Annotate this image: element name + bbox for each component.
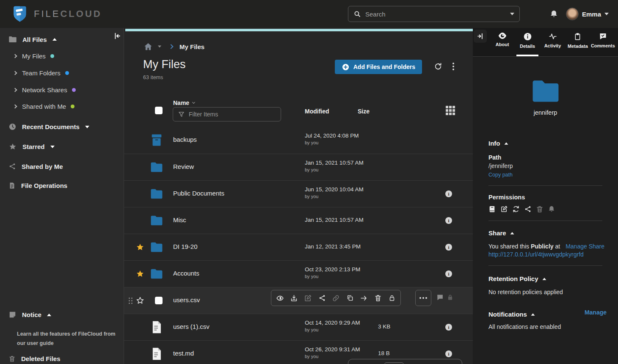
share-button[interactable]: [315, 292, 329, 304]
share-url-link[interactable]: http://127.0.0.1/url/4tjwwvgdpkyrgrfd: [488, 251, 602, 258]
table-row[interactable]: users (1).csv Oct 14, 2020 9:29 AMby you…: [124, 314, 473, 340]
select-all-checkbox[interactable]: [155, 107, 163, 114]
file-name[interactable]: Review: [173, 163, 194, 170]
drag-handle[interactable]: [129, 298, 130, 299]
breadcrumb-current[interactable]: My Files: [179, 43, 204, 50]
more-options-button[interactable]: [452, 66, 454, 67]
retention-section-header[interactable]: Retention Policy: [488, 275, 602, 282]
table-row[interactable]: backups Jul 24, 2020 4:08 PMby you: [124, 127, 473, 154]
archive-icon: [149, 133, 164, 147]
grid-view-button[interactable]: [446, 106, 448, 108]
refresh-button[interactable]: [434, 62, 442, 71]
sidebar-collapse-button[interactable]: [110, 29, 124, 43]
user-menu[interactable]: Emma: [566, 8, 609, 20]
file-name[interactable]: users (1).csv: [173, 323, 210, 330]
sidebar-item-shared-with-me[interactable]: Shared with Me: [14, 103, 74, 110]
main-content: My Files My Files 63 items Add Files and…: [124, 28, 473, 364]
tab-about[interactable]: About: [490, 28, 515, 56]
app-logo[interactable]: FILECLOUD: [12, 5, 102, 23]
sidebar-item-recent-documents[interactable]: Recent Documents: [8, 123, 89, 131]
column-header-modified[interactable]: Modified: [305, 108, 329, 115]
star-filled-icon[interactable]: [136, 270, 144, 278]
file-name[interactable]: Public Documents: [173, 190, 224, 197]
sidebar-item-label: Shared by Me: [22, 163, 63, 170]
filter-input[interactable]: [189, 111, 276, 118]
column-header-name[interactable]: Name: [173, 99, 195, 106]
download-button[interactable]: [287, 292, 301, 304]
move-button[interactable]: [357, 292, 371, 304]
row-checkbox[interactable]: [155, 297, 163, 304]
tab-metadata[interactable]: Metadata: [565, 28, 590, 56]
preview-button[interactable]: [273, 292, 287, 304]
more-actions-button[interactable]: [415, 290, 431, 306]
search-scope-caret-icon[interactable]: [510, 13, 514, 15]
table-row[interactable]: Accounts Oct 23, 2020 2:13 PMby you: [124, 260, 473, 287]
row-info-button[interactable]: [445, 270, 452, 277]
file-name[interactable]: Misc: [173, 216, 186, 223]
locked-indicator[interactable]: [447, 294, 454, 301]
folder-icon: [149, 187, 164, 201]
sidebar-item-starred[interactable]: Starred: [8, 143, 55, 151]
copy-button[interactable]: [343, 292, 357, 304]
global-search[interactable]: [348, 6, 520, 22]
file-name[interactable]: backups: [173, 136, 197, 143]
sidebar-item-my-files[interactable]: My Files: [14, 52, 54, 60]
panel-collapse-button[interactable]: [474, 30, 487, 43]
add-files-button[interactable]: Add Files and Folders: [335, 60, 422, 74]
brand-file: FILE: [34, 8, 60, 19]
share-visibility: Publicly: [531, 243, 554, 250]
ellipsis-icon: [419, 297, 421, 299]
sidebar-item-file-operations[interactable]: File Operations: [8, 182, 67, 190]
star-outline-icon[interactable]: [136, 296, 144, 305]
manage-notifications-link[interactable]: Manage: [585, 309, 607, 316]
notifications-bell-icon[interactable]: [549, 9, 558, 19]
star-filled-icon[interactable]: [136, 243, 144, 251]
row-info-button[interactable]: [445, 350, 452, 357]
sidebar-item-team-folders[interactable]: Team Folders: [14, 69, 69, 77]
search-input[interactable]: [365, 11, 506, 18]
row-info-button[interactable]: [445, 190, 452, 197]
tab-activity[interactable]: Activity: [540, 28, 565, 56]
share-section-header[interactable]: Share: [488, 229, 602, 237]
table-row[interactable]: Public Documents Jun 15, 2020 10:04 AMby…: [124, 180, 473, 207]
clipboard-icon: [574, 32, 582, 41]
table-row[interactable]: Misc Jan 15, 2021 10:57 AM: [124, 207, 473, 234]
home-icon[interactable]: [143, 42, 153, 51]
refresh-icon: [434, 62, 442, 71]
comment-button[interactable]: [436, 293, 444, 301]
lock-button[interactable]: [385, 292, 399, 304]
table-row[interactable]: Review Jan 15, 2021 10:57 AMby you: [124, 154, 473, 180]
row-info-button[interactable]: [445, 324, 452, 331]
info-section-header[interactable]: Info: [488, 140, 602, 147]
sidebar-item-deleted-files[interactable]: Deleted Files: [8, 355, 61, 363]
file-name[interactable]: Accounts: [173, 270, 199, 277]
folder-icon: [149, 240, 164, 254]
notifications-section-header[interactable]: Notifications Manage: [488, 311, 602, 318]
file-name[interactable]: test.md: [173, 350, 194, 357]
home-caret-icon[interactable]: [158, 46, 161, 48]
sidebar-item-notice[interactable]: Notice: [8, 311, 51, 319]
edit-button[interactable]: [301, 292, 315, 304]
row-info-button[interactable]: [445, 217, 452, 224]
copy-link-button[interactable]: [329, 292, 343, 304]
manage-share-link[interactable]: Manage Share: [566, 242, 604, 251]
tab-comments[interactable]: Comments: [590, 28, 615, 56]
sidebar-item-shared-by-me[interactable]: Shared by Me: [8, 163, 63, 170]
table-row-hovered[interactable]: users.csv: [124, 287, 473, 314]
column-header-size[interactable]: Size: [358, 108, 370, 115]
copy-path-link[interactable]: Copy path: [488, 172, 602, 178]
sidebar-item-all-files[interactable]: All Files: [8, 36, 57, 43]
file-name[interactable]: DI 19-20: [173, 243, 198, 250]
filter-box[interactable]: [173, 107, 281, 121]
table-row[interactable]: DI 19-20 Jan 12, 2021 3:45 PM: [124, 234, 473, 260]
chevron-right-icon: [13, 54, 17, 58]
sidebar-item-label: My Files: [22, 52, 46, 60]
sidebar-item-network-shares[interactable]: Network Shares: [14, 86, 76, 94]
row-info-button[interactable]: [445, 244, 452, 251]
eye-icon: [498, 32, 507, 39]
filecloud-shield-icon: [12, 5, 28, 23]
file-name[interactable]: users.csv: [173, 296, 200, 303]
tab-details[interactable]: Details: [515, 28, 540, 56]
modified-date: Oct 14, 2020 9:29 AMby you: [305, 320, 360, 333]
delete-button[interactable]: [371, 292, 385, 304]
